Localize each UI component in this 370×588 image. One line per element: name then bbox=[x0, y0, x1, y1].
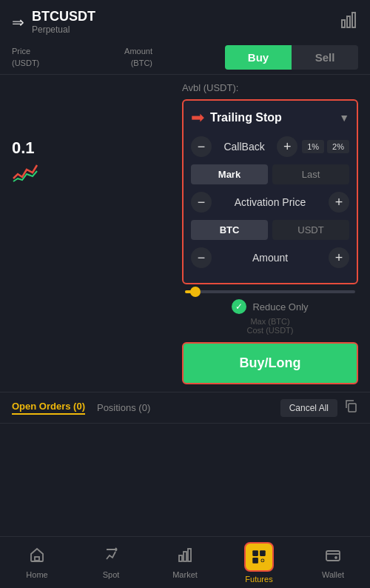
sell-tab[interactable]: Sell bbox=[292, 45, 358, 70]
svg-rect-2 bbox=[352, 13, 355, 27]
activation-price-label: Activation Price bbox=[212, 196, 329, 208]
chart-icon[interactable] bbox=[340, 11, 358, 33]
trailing-stop-left: ➡ Trailing Stop bbox=[191, 108, 282, 127]
symbol-title: BTCUSDT bbox=[32, 9, 95, 24]
futures-icon-box bbox=[244, 542, 274, 572]
usdt-button[interactable]: USDT bbox=[272, 220, 349, 240]
orders-bar: Open Orders (0) Positions (0) Cancel All bbox=[0, 392, 370, 424]
reduce-only-row: ✓ Reduce Only bbox=[182, 299, 358, 314]
wallet-label: Wallet bbox=[322, 570, 344, 579]
svg-rect-1 bbox=[347, 16, 350, 27]
svg-rect-10 bbox=[252, 558, 258, 564]
check-icon[interactable]: ✓ bbox=[232, 299, 246, 314]
trailing-stop-box: ➡ Trailing Stop ▼ − CallBack + 1% 2% Mar… bbox=[182, 99, 358, 284]
nav-market[interactable]: Market bbox=[148, 547, 222, 579]
trailing-stop-label: Trailing Stop bbox=[210, 111, 282, 124]
price-label: Price(USDT) bbox=[12, 46, 93, 69]
price-col: Price(USDT) bbox=[12, 46, 93, 69]
header-left: ⇒ BTCUSDT Perpetual bbox=[12, 9, 95, 35]
currency-toggle: BTC USDT bbox=[191, 220, 349, 240]
activation-price-row: − Activation Price + bbox=[191, 192, 349, 213]
mark-last-toggle: Mark Last bbox=[191, 164, 349, 184]
dropdown-icon[interactable]: ▼ bbox=[339, 112, 349, 124]
symbol-subtitle: Perpetual bbox=[32, 24, 95, 35]
amount-label: Amount(BTC) bbox=[93, 46, 152, 69]
home-icon bbox=[29, 547, 45, 567]
btc-button[interactable]: BTC bbox=[191, 220, 268, 240]
positions-tab[interactable]: Positions (0) bbox=[97, 402, 150, 413]
pct-badges: 1% 2% bbox=[302, 140, 349, 153]
buy-tab[interactable]: Buy bbox=[225, 45, 292, 70]
futures-icon-container bbox=[244, 542, 274, 572]
spot-label: Spot bbox=[103, 570, 120, 579]
buy-sell-tabs: Buy Sell bbox=[152, 45, 358, 70]
svg-rect-6 bbox=[184, 552, 186, 561]
slider-thumb[interactable] bbox=[190, 287, 201, 297]
open-orders-tab[interactable]: Open Orders (0) bbox=[12, 401, 85, 415]
futures-label: Futures bbox=[245, 575, 272, 584]
svg-rect-9 bbox=[260, 550, 266, 556]
amount-row: − Amount + bbox=[191, 247, 349, 268]
market-icon bbox=[177, 547, 193, 567]
nav-futures[interactable]: Futures bbox=[222, 542, 296, 584]
copy-icon[interactable] bbox=[343, 398, 358, 417]
callback-plus-button[interactable]: + bbox=[277, 136, 297, 157]
main-content: 0.1 Avbl (USDT): ➡ Trailing Stop ▼ − bbox=[0, 79, 370, 392]
wallet-icon bbox=[325, 547, 341, 567]
pct-1-badge[interactable]: 1% bbox=[302, 140, 324, 153]
svg-rect-3 bbox=[349, 404, 356, 412]
right-panel: Avbl (USDT): ➡ Trailing Stop ▼ − CallBac… bbox=[182, 79, 358, 392]
nav-home[interactable]: Home bbox=[0, 547, 74, 579]
svg-rect-12 bbox=[326, 551, 340, 561]
callback-row: − CallBack + 1% 2% bbox=[191, 136, 349, 157]
cost-label: Cost (USDT) bbox=[182, 326, 358, 335]
back-icon[interactable]: ⇒ bbox=[12, 13, 24, 31]
cancel-all-button[interactable]: Cancel All bbox=[280, 399, 337, 417]
header-title-block: BTCUSDT Perpetual bbox=[32, 9, 95, 35]
meta-labels: Max (BTC) Cost (USDT) bbox=[182, 317, 358, 335]
reduce-only-label: Reduce Only bbox=[252, 301, 308, 313]
amount-label: Amount bbox=[212, 252, 329, 264]
slider-row[interactable] bbox=[182, 290, 358, 293]
left-panel: 0.1 bbox=[12, 79, 182, 392]
buy-long-button[interactable]: Buy/Long bbox=[182, 342, 358, 384]
amount-minus-button[interactable]: − bbox=[191, 247, 212, 268]
svg-rect-7 bbox=[188, 549, 191, 561]
sub-header: Price(USDT) Amount(BTC) Buy Sell bbox=[0, 41, 370, 75]
chart-trend-icon bbox=[12, 162, 173, 188]
amount-plus-button[interactable]: + bbox=[329, 247, 349, 268]
activation-minus-button[interactable]: − bbox=[191, 192, 212, 213]
trailing-stop-header: ➡ Trailing Stop ▼ bbox=[191, 108, 349, 127]
svg-rect-8 bbox=[252, 550, 258, 556]
market-label: Market bbox=[172, 570, 198, 579]
header: ⇒ BTCUSDT Perpetual bbox=[0, 0, 370, 41]
avbl-label: Avbl (USDT): bbox=[182, 82, 358, 93]
spot-icon bbox=[103, 547, 119, 567]
max-label: Max (BTC) bbox=[182, 317, 358, 326]
mark-button[interactable]: Mark bbox=[191, 164, 268, 184]
callback-minus-button[interactable]: − bbox=[191, 136, 212, 157]
activation-plus-button[interactable]: + bbox=[329, 192, 349, 213]
slider-track bbox=[185, 290, 355, 293]
nav-spot[interactable]: Spot bbox=[74, 547, 148, 579]
callback-label: CallBack bbox=[212, 141, 277, 153]
svg-rect-4 bbox=[35, 557, 39, 561]
amount-col: Amount(BTC) bbox=[93, 46, 152, 69]
nav-wallet[interactable]: Wallet bbox=[296, 547, 370, 579]
pct-2-badge[interactable]: 2% bbox=[327, 140, 349, 153]
home-label: Home bbox=[26, 570, 47, 579]
last-button[interactable]: Last bbox=[272, 164, 349, 184]
svg-rect-5 bbox=[179, 555, 182, 561]
arrow-right-icon: ➡ bbox=[191, 108, 204, 127]
svg-rect-0 bbox=[342, 20, 345, 27]
svg-point-13 bbox=[335, 557, 337, 558]
price-value: 0.1 bbox=[12, 138, 173, 158]
bottom-nav: Home Spot Market bbox=[0, 536, 370, 588]
